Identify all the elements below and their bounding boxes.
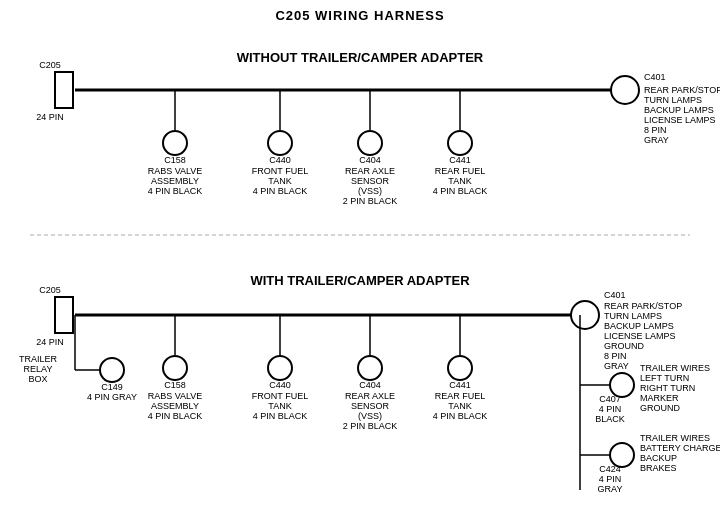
s2-c424-desc2: BATTERY CHARGE <box>640 443 720 453</box>
s2-c401-desc5: GROUND <box>604 341 644 351</box>
s1-c440-id: C440 <box>269 155 291 165</box>
s2-c401-pin: 8 PIN <box>604 351 627 361</box>
s2-c441-circle <box>448 356 472 380</box>
s2-c149-id: C149 <box>101 382 123 392</box>
s2-c407-id: C407 <box>599 394 621 404</box>
section2-label: WITH TRAILER/CAMPER ADAPTER <box>250 273 470 288</box>
s1-c401-id: C401 <box>644 72 666 82</box>
s1-c404-circle <box>358 131 382 155</box>
s2-c401-desc3: BACKUP LAMPS <box>604 321 674 331</box>
s2-c205-pin: 24 PIN <box>36 337 64 347</box>
s1-c158-desc2: ASSEMBLY <box>151 176 199 186</box>
s2-c401-id: C401 <box>604 290 626 300</box>
s1-c441-desc3: 4 PIN BLACK <box>433 186 488 196</box>
s2-c205-rect <box>55 297 73 333</box>
s2-c407-desc1: TRAILER WIRES <box>640 363 710 373</box>
s2-c404-circle <box>358 356 382 380</box>
s1-c205-rect <box>55 72 73 108</box>
s2-c404-desc1: REAR AXLE <box>345 391 395 401</box>
wiring-diagram-svg: WITHOUT TRAILER/CAMPER ADAPTER C205 24 P… <box>0 0 720 517</box>
s1-c404-desc4: 2 PIN BLACK <box>343 196 398 206</box>
s1-c401-color: GRAY <box>644 135 669 145</box>
s1-c404-desc2: SENSOR <box>351 176 390 186</box>
s2-relay-label3: BOX <box>28 374 47 384</box>
s1-c440-desc2: TANK <box>268 176 291 186</box>
s1-c401-desc1: REAR PARK/STOP <box>644 85 720 95</box>
s2-c407-color: BLACK <box>595 414 625 424</box>
s1-c440-desc3: 4 PIN BLACK <box>253 186 308 196</box>
s2-c424-id: C424 <box>599 464 621 474</box>
s2-relay-label2: RELAY <box>24 364 53 374</box>
s1-c401-desc2: TURN LAMPS <box>644 95 702 105</box>
s1-c441-desc2: TANK <box>448 176 471 186</box>
s2-c158-circle <box>163 356 187 380</box>
s2-c441-desc3: 4 PIN BLACK <box>433 411 488 421</box>
s1-c158-desc3: 4 PIN BLACK <box>148 186 203 196</box>
s2-c404-desc2: SENSOR <box>351 401 390 411</box>
s2-c440-desc1: FRONT FUEL <box>252 391 308 401</box>
s2-c401-desc4: LICENSE LAMPS <box>604 331 676 341</box>
s1-c404-desc1: REAR AXLE <box>345 166 395 176</box>
s2-c404-id: C404 <box>359 380 381 390</box>
s1-c440-desc1: FRONT FUEL <box>252 166 308 176</box>
s1-c158-circle <box>163 131 187 155</box>
s1-c404-id: C404 <box>359 155 381 165</box>
s2-c149-circle <box>100 358 124 382</box>
s1-c401-pin: 8 PIN <box>644 125 667 135</box>
s2-c440-id: C440 <box>269 380 291 390</box>
s2-c441-id: C441 <box>449 380 471 390</box>
s2-c205-id: C205 <box>39 285 61 295</box>
s1-c158-desc1: RABS VALVE <box>148 166 203 176</box>
s2-c158-desc3: 4 PIN BLACK <box>148 411 203 421</box>
s2-c407-desc5: GROUND <box>640 403 680 413</box>
s1-c401-circle <box>611 76 639 104</box>
s2-c401-desc2: TURN LAMPS <box>604 311 662 321</box>
s2-c407-desc2: LEFT TURN <box>640 373 689 383</box>
s2-c424-desc1: TRAILER WIRES <box>640 433 710 443</box>
s1-c440-circle <box>268 131 292 155</box>
s2-c424-desc3: BACKUP <box>640 453 677 463</box>
s2-c440-desc2: TANK <box>268 401 291 411</box>
s1-c401-desc4: LICENSE LAMPS <box>644 115 716 125</box>
s2-c158-id: C158 <box>164 380 186 390</box>
s2-c401-color: GRAY <box>604 361 629 371</box>
s2-c401-circle <box>571 301 599 329</box>
s2-c404-desc4: 2 PIN BLACK <box>343 421 398 431</box>
s2-c424-pin: 4 PIN <box>599 474 622 484</box>
s2-c441-desc1: REAR FUEL <box>435 391 486 401</box>
s2-c424-desc4: BRAKES <box>640 463 677 473</box>
s1-c441-desc1: REAR FUEL <box>435 166 486 176</box>
s2-c158-desc2: ASSEMBLY <box>151 401 199 411</box>
s1-c404-desc3: (VSS) <box>358 186 382 196</box>
s2-relay-label1: TRAILER <box>19 354 58 364</box>
s2-c440-circle <box>268 356 292 380</box>
diagram-container: C205 WIRING HARNESS WITHOUT TRAILER/CAMP… <box>0 0 720 517</box>
s2-c441-desc2: TANK <box>448 401 471 411</box>
s2-c404-desc3: (VSS) <box>358 411 382 421</box>
s1-c441-circle <box>448 131 472 155</box>
s1-c205-id: C205 <box>39 60 61 70</box>
s2-c407-pin: 4 PIN <box>599 404 622 414</box>
s2-c158-desc1: RABS VALVE <box>148 391 203 401</box>
s1-c401-desc3: BACKUP LAMPS <box>644 105 714 115</box>
s2-c407-desc4: MARKER <box>640 393 679 403</box>
s1-c158-id: C158 <box>164 155 186 165</box>
s2-c401-desc1: REAR PARK/STOP <box>604 301 682 311</box>
s1-c441-id: C441 <box>449 155 471 165</box>
s2-c440-desc3: 4 PIN BLACK <box>253 411 308 421</box>
s1-c205-pin: 24 PIN <box>36 112 64 122</box>
s2-c407-desc3: RIGHT TURN <box>640 383 695 393</box>
s2-c149-pin: 4 PIN GRAY <box>87 392 137 402</box>
section1-label: WITHOUT TRAILER/CAMPER ADAPTER <box>237 50 484 65</box>
s2-c424-color: GRAY <box>598 484 623 494</box>
